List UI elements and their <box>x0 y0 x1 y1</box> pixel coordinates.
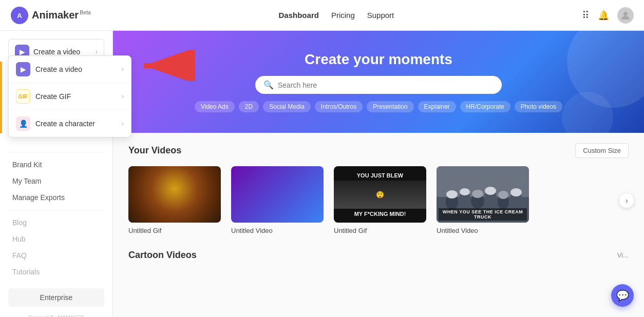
tag-social-media[interactable]: Social Media <box>263 101 311 112</box>
hero-title: Create your moments <box>305 51 452 68</box>
meme-text-bottom: MY F*CKING MIND! <box>352 209 408 219</box>
video-label-2: Untitled Video <box>231 227 324 234</box>
meme-thumb: YOU JUST BLEW 😲 MY F*CKING MIND! <box>334 166 426 223</box>
logo-text: AnimakerBeta <box>32 9 91 21</box>
sidebar-faq[interactable]: FAQ <box>0 247 112 264</box>
bell-icon[interactable]: 🔔 <box>598 10 609 21</box>
video-card-3[interactable]: YOU JUST BLEW 😲 MY F*CKING MIND! Untitle… <box>334 166 426 234</box>
tag-hr-corporate[interactable]: HR/Corporate <box>460 101 510 112</box>
video-label-1: Untitled Gif <box>128 227 221 234</box>
beta-badge: Beta <box>80 10 91 15</box>
svg-text:A: A <box>17 12 22 19</box>
video-card-4[interactable]: WHEN YOU SEE THE ICE CREAM TRUCK Untitle… <box>437 166 529 234</box>
sidebar-hub[interactable]: Hub <box>0 231 112 247</box>
powered-by-label: Powered By ANIMAKER <box>0 315 112 317</box>
header: A AnimakerBeta Dashboard Pricing Support… <box>0 0 644 31</box>
logo-name: Animaker <box>32 9 79 21</box>
header-nav: Dashboard Pricing Support <box>279 11 394 19</box>
hero-tags: Video Ads 2D Social Media Intros/Outros … <box>195 101 562 112</box>
video-label-4: Untitled Video <box>437 227 529 234</box>
your-videos-section: Your Videos Custom Size Untitled Gif Unt… <box>113 133 644 245</box>
dropdown-chevron-gif: › <box>122 93 124 100</box>
video-thumb-1 <box>128 166 221 223</box>
video-thumb-2 <box>231 166 324 223</box>
video-card-1[interactable]: Untitled Gif <box>128 166 221 234</box>
video-label-3: Untitled Gif <box>334 227 426 234</box>
logo: A AnimakerBeta <box>10 6 91 25</box>
dropdown-create-gif-label: Create GIF <box>35 92 71 101</box>
dropdown-create-video[interactable]: ▶ Create a video › <box>9 56 131 83</box>
header-icons: ⠿ 🔔 <box>582 7 634 24</box>
sidebar-my-team[interactable]: My Team <box>0 173 112 189</box>
prayer-wheel-image <box>128 166 221 223</box>
cartoon-view-all[interactable]: Vi... <box>617 251 629 259</box>
meme-text-top: YOU JUST BLEW <box>355 170 405 181</box>
search-icon: 🔍 <box>263 80 274 90</box>
chevron-right-icon: › <box>96 48 98 55</box>
nav-dashboard[interactable]: Dashboard <box>279 11 319 19</box>
grid-icon[interactable]: ⠿ <box>582 9 590 22</box>
your-videos-title: Your Videos <box>128 145 181 156</box>
svg-point-15 <box>472 190 483 198</box>
create-video-label: Create a video <box>33 48 80 56</box>
enterprise-button[interactable]: Enterprise <box>8 288 104 307</box>
tag-explainer[interactable]: Explainer <box>418 101 456 112</box>
nav-pricing[interactable]: Pricing <box>331 11 355 19</box>
video-thumb-4: WHEN YOU SEE THE ICE CREAM TRUCK <box>437 166 529 223</box>
sidebar-accent-bar <box>0 62 2 133</box>
sidebar-blog[interactable]: Blog <box>0 214 112 231</box>
cartoon-videos-header: Cartoon Videos Vi... <box>128 250 629 261</box>
search-container: 🔍 <box>255 76 502 94</box>
dropdown-create-video-label: Create a video <box>35 65 82 73</box>
svg-point-2 <box>623 12 628 16</box>
video-thumb-3: YOU JUST BLEW 😲 MY F*CKING MIND! <box>334 166 426 223</box>
tag-presentation[interactable]: Presentation <box>367 101 413 112</box>
main-layout: ▶ Create a video › ▶ Create a video › GI… <box>0 31 644 317</box>
cartoon-videos-section: Cartoon Videos Vi... <box>113 245 644 279</box>
svg-point-14 <box>460 188 470 195</box>
nav-support[interactable]: Support <box>367 11 394 19</box>
dropdown-create-gif[interactable]: GIF Create GIF › <box>9 83 131 110</box>
tag-intros-outros[interactable]: Intros/Outros <box>315 101 363 112</box>
cartoon-videos-title: Cartoon Videos <box>128 250 197 261</box>
dropdown-create-character-label: Create a character <box>35 120 95 128</box>
video-dropdown-icon: ▶ <box>16 62 30 76</box>
create-dropdown-menu: ▶ Create a video › GIF Create GIF › 👤 Cr… <box>8 55 131 137</box>
main-content: Create your moments 🔍 Video Ads 2D Socia… <box>113 31 644 317</box>
animaker-logo-icon: A <box>10 6 29 25</box>
dropdown-chevron-character: › <box>122 120 124 127</box>
sidebar-tutorials[interactable]: Tutorials <box>0 264 112 280</box>
gif-dropdown-icon: GIF <box>16 89 30 104</box>
purple-gradient-thumb <box>231 166 324 223</box>
tag-2d[interactable]: 2D <box>239 101 259 112</box>
hero-banner: Create your moments 🔍 Video Ads 2D Socia… <box>113 31 644 133</box>
sidebar-brand-kit[interactable]: Brand Kit <box>0 156 112 173</box>
user-avatar[interactable] <box>617 7 634 24</box>
scroll-right-arrow[interactable]: › <box>619 193 634 208</box>
dropdown-create-character[interactable]: 👤 Create a character › <box>9 110 131 137</box>
tag-video-ads[interactable]: Video Ads <box>195 101 235 112</box>
svg-point-18 <box>510 188 522 196</box>
search-input[interactable] <box>278 81 494 89</box>
your-videos-header: Your Videos Custom Size <box>128 143 629 158</box>
sidebar-divider-2 <box>8 210 104 210</box>
character-dropdown-icon: 👤 <box>16 116 30 131</box>
chat-support-bubble[interactable]: 💬 <box>611 284 634 307</box>
custom-size-button[interactable]: Custom Size <box>575 143 629 158</box>
sidebar-divider-1 <box>8 152 104 152</box>
dropdown-chevron-video: › <box>122 66 124 73</box>
ice-cream-text-overlay: WHEN YOU SEE THE ICE CREAM TRUCK <box>439 208 527 221</box>
sidebar: ▶ Create a video › ▶ Create a video › GI… <box>0 31 113 317</box>
sidebar-manage-exports[interactable]: Manage Exports <box>0 189 112 206</box>
svg-point-16 <box>485 187 496 195</box>
video-grid: Untitled Gif Untitled Video YOU JUST BLE… <box>128 166 629 234</box>
svg-point-13 <box>446 190 458 199</box>
meme-face: 😲 <box>376 191 384 199</box>
svg-point-17 <box>498 191 508 199</box>
tag-photo-videos[interactable]: Photo videos <box>515 101 562 112</box>
video-card-2[interactable]: Untitled Video <box>231 166 324 234</box>
